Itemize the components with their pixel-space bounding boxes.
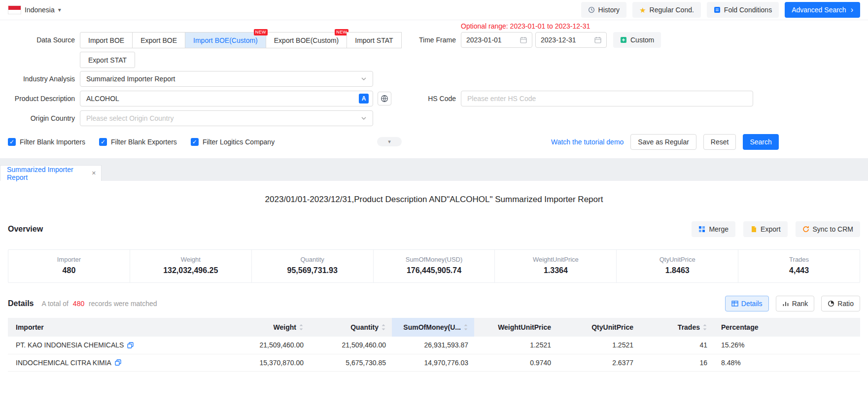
data-source-tab-import-boe[interactable]: Import BOE bbox=[80, 32, 133, 48]
translate-icon[interactable]: A bbox=[359, 94, 369, 103]
view-details-button[interactable]: Details bbox=[725, 296, 769, 311]
reset-button[interactable]: Reset bbox=[703, 134, 736, 150]
sort-icon[interactable] bbox=[702, 324, 707, 331]
tutorial-demo-link[interactable]: Watch the tutorial demo bbox=[551, 138, 624, 146]
tab-label: Import BOE(Custom) bbox=[193, 36, 258, 44]
view-rank-label: Rank bbox=[792, 300, 808, 308]
overview-stats: Importer 480 Weight 132,032,496.25 Quant… bbox=[8, 249, 860, 283]
stat-sum-of-money: SumOfMoney(USD) 176,445,905.74 bbox=[374, 250, 495, 282]
details-heading: Details bbox=[8, 299, 34, 308]
column-header-quantity[interactable]: Quantity bbox=[310, 318, 392, 337]
start-date-input[interactable] bbox=[461, 32, 532, 48]
tab-label: Import BOE bbox=[88, 36, 124, 44]
sort-icon[interactable] bbox=[381, 324, 386, 331]
chevron-down-icon bbox=[361, 115, 367, 121]
end-date-input[interactable] bbox=[535, 32, 607, 48]
topbar-actions: History ★ Regular Cond. Fold Conditions … bbox=[581, 2, 860, 18]
custom-range-button[interactable]: Custom bbox=[613, 32, 661, 48]
export-button[interactable]: Export bbox=[743, 221, 787, 237]
filter-label: Filter Blank Importers bbox=[20, 138, 85, 146]
column-label: Quantity bbox=[350, 323, 379, 331]
stat-value: 4,443 bbox=[738, 266, 860, 275]
filter-label: Filter Logitics Company bbox=[203, 138, 275, 146]
stat-quantity: Quantity 95,569,731.93 bbox=[252, 250, 374, 282]
view-rank-button[interactable]: Rank bbox=[776, 296, 815, 311]
origin-country-placeholder: Please select Origin Country bbox=[86, 114, 174, 122]
product-description-input[interactable] bbox=[86, 95, 359, 103]
tab-summarized-importer-report[interactable]: Summarized Importer Report ✕ bbox=[0, 165, 102, 181]
trades-cell: 41 bbox=[639, 337, 713, 354]
weight-unit-price-cell: 1.2521 bbox=[474, 337, 557, 354]
sort-icon[interactable] bbox=[463, 324, 468, 331]
product-description-label: Product Description bbox=[0, 91, 75, 106]
sort-icon[interactable] bbox=[299, 324, 304, 331]
search-button[interactable]: Search bbox=[743, 134, 778, 150]
data-source-tab-export-stat[interactable]: Export STAT bbox=[80, 52, 135, 68]
column-header-weight-unit-price: WeightUnitPrice bbox=[474, 318, 557, 337]
column-header-trades[interactable]: Trades bbox=[639, 318, 713, 337]
filter-blank-importers-checkbox[interactable]: ✓ Filter Blank Importers bbox=[8, 138, 85, 146]
history-button[interactable]: History bbox=[581, 2, 627, 18]
regular-cond-label: Regular Cond. bbox=[650, 6, 694, 14]
regular-cond-button[interactable]: ★ Regular Cond. bbox=[632, 2, 701, 18]
start-date-value[interactable] bbox=[466, 36, 520, 44]
sum-of-money-cell: 26,931,593.87 bbox=[392, 337, 474, 354]
fold-conditions-button[interactable]: Fold Conditions bbox=[707, 2, 779, 18]
merge-button[interactable]: Merge bbox=[692, 221, 735, 237]
report-content: 2023/01/01-2023/12/31,Product Descriptio… bbox=[0, 195, 868, 372]
data-source-tabs: Import BOE Export BOE Import BOE(Custom)… bbox=[80, 32, 402, 48]
sum-of-money-cell: 14,970,776.03 bbox=[392, 354, 474, 371]
expand-conditions-button[interactable]: ▾ bbox=[377, 137, 402, 146]
advanced-search-button[interactable]: Advanced Search › bbox=[785, 2, 860, 18]
copy-icon[interactable] bbox=[115, 359, 121, 366]
product-description-field: A bbox=[80, 91, 373, 106]
end-date-value[interactable] bbox=[541, 36, 594, 44]
data-source-tab-export-boe[interactable]: Export BOE bbox=[132, 32, 185, 48]
column-header-sum-of-money[interactable]: SumOfMoney(U... bbox=[392, 318, 474, 337]
chevron-right-icon: › bbox=[851, 6, 853, 14]
stat-label: QtyUnitPrice bbox=[617, 256, 738, 263]
filter-blank-exporters-checkbox[interactable]: ✓ Filter Blank Exporters bbox=[99, 138, 177, 146]
column-label: WeightUnitPrice bbox=[498, 323, 551, 331]
topbar: Indonesia ▾ History ★ Regular Cond. Fold… bbox=[0, 0, 868, 20]
indonesia-flag-icon bbox=[8, 5, 21, 14]
chevron-down-icon: ▾ bbox=[388, 138, 391, 145]
country-name: Indonesia bbox=[25, 6, 55, 14]
chevron-down-icon: ▾ bbox=[58, 7, 61, 13]
country-selector[interactable]: Indonesia ▾ bbox=[8, 5, 61, 14]
calendar-icon bbox=[520, 36, 527, 43]
stat-label: Importer bbox=[8, 256, 130, 263]
origin-country-select[interactable]: Please select Origin Country bbox=[80, 110, 373, 126]
export-icon bbox=[750, 226, 757, 233]
stat-value: 1.8463 bbox=[617, 266, 738, 275]
copy-icon[interactable] bbox=[127, 342, 134, 348]
importer-name[interactable]: INDOCHEMICAL CITRA KIMIA bbox=[16, 359, 111, 367]
result-tab-label: Summarized Importer Report bbox=[7, 166, 92, 181]
stat-value: 176,445,905.74 bbox=[374, 266, 495, 275]
filter-logistics-company-checkbox[interactable]: ✓ Filter Logitics Company bbox=[191, 138, 275, 146]
view-details-label: Details bbox=[741, 300, 763, 308]
stat-weight: Weight 132,032,496.25 bbox=[130, 250, 252, 282]
industry-analysis-select[interactable]: Summarized Importer Report bbox=[80, 71, 373, 87]
quantity-cell: 5,675,730.85 bbox=[310, 354, 392, 371]
history-label: History bbox=[598, 6, 620, 14]
view-ratio-button[interactable]: Ratio bbox=[821, 296, 860, 311]
sync-to-crm-label: Sync to CRM bbox=[813, 225, 853, 233]
column-header-qty-unit-price: QtyUnitPrice bbox=[557, 318, 639, 337]
sync-to-crm-button[interactable]: Sync to CRM bbox=[796, 221, 860, 237]
column-label: Importer bbox=[16, 323, 44, 331]
hs-code-input[interactable] bbox=[461, 91, 753, 106]
save-as-regular-button[interactable]: Save as Regular bbox=[630, 134, 696, 150]
weight-unit-price-cell: 0.9740 bbox=[474, 354, 557, 371]
percentage-cell: 15.26% bbox=[713, 337, 860, 354]
fold-conditions-label: Fold Conditions bbox=[724, 6, 772, 14]
importer-name[interactable]: PT. KAO INDONESIA CHEMICALS bbox=[16, 341, 124, 349]
data-source-tab-import-boe-custom[interactable]: Import BOE(Custom) NEW bbox=[185, 32, 266, 48]
checkbox-checked-icon: ✓ bbox=[191, 138, 199, 146]
column-header-weight[interactable]: Weight bbox=[231, 318, 310, 337]
overview-toolbar: Merge Export Sync to CRM bbox=[692, 221, 860, 237]
close-icon[interactable]: ✕ bbox=[92, 170, 96, 176]
checkbox-checked-icon: ✓ bbox=[99, 138, 107, 146]
data-source-tab-export-boe-custom[interactable]: Export BOE(Custom) NEW bbox=[266, 32, 347, 48]
search-form: Optional range: 2023-01-01 to 2023-12-31… bbox=[0, 20, 868, 158]
